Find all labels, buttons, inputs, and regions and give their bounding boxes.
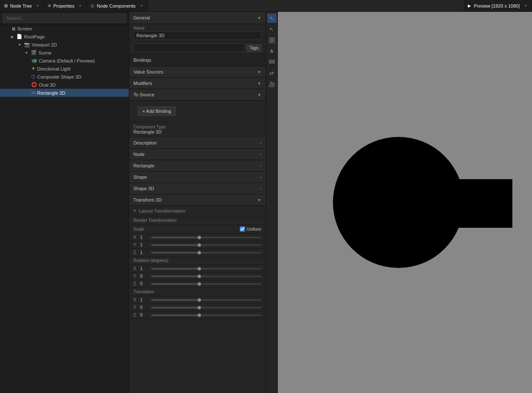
- tree-item-camera-label: Camera (Default / Preview): [39, 58, 95, 63]
- tree-item-scene-label: Scene: [38, 50, 52, 55]
- trans-x-row: X 1: [129, 296, 266, 304]
- right-panel: ↖ ↖ A ⇄ 🎥: [266, 12, 532, 393]
- node-tree-tab-close[interactable]: ✕: [36, 3, 39, 8]
- node-chevron: ›: [260, 152, 261, 157]
- tree-item-rootpage-label: RootPage: [24, 34, 45, 39]
- preview-tab-icon: ▶: [468, 3, 471, 8]
- layers-tool[interactable]: [267, 57, 277, 67]
- layout-transformation-row: + Layout Transformation: [129, 206, 266, 216]
- node-tree-tab-icon: ⊞: [4, 3, 8, 8]
- layout-trans-plus[interactable]: +: [133, 208, 136, 214]
- scale-x-slider[interactable]: [151, 237, 261, 238]
- tree-item-oval3d[interactable]: ⭕ Oval 3D: [0, 81, 129, 89]
- rot-z-slider[interactable]: [151, 283, 261, 285]
- render-transformation-label: Render Transformation: [129, 216, 266, 225]
- name-input[interactable]: [133, 31, 261, 40]
- svg-rect-2: [269, 41, 271, 43]
- tab-node-components[interactable]: ◇ Node Components ✕: [87, 0, 148, 11]
- trans-y-value: 0: [140, 305, 149, 310]
- rot-x-slider[interactable]: [151, 268, 261, 270]
- rect3d-icon: ▭: [31, 90, 35, 96]
- select-tool[interactable]: ↖: [267, 25, 277, 34]
- text-tool[interactable]: A: [267, 46, 277, 56]
- scale-z-slider[interactable]: [151, 252, 261, 254]
- modifiers-section[interactable]: Modifiers ▼: [129, 78, 266, 89]
- tree-item-viewport2d[interactable]: ▼ 📷 Viewport 2D: [0, 41, 129, 49]
- trans-x-axis: X: [133, 297, 138, 302]
- tree-item-rect3d[interactable]: ▭ Rectangle 3D: [0, 89, 129, 97]
- viewport2d-icon: 📷: [24, 42, 30, 47]
- svg-rect-5: [269, 62, 274, 63]
- trans-y-slider[interactable]: [151, 307, 261, 308]
- camera-tool[interactable]: 🎥: [267, 79, 277, 89]
- shape-chevron: ›: [260, 175, 261, 180]
- to-source-chevron: ▼: [257, 93, 261, 97]
- tags-input[interactable]: [133, 44, 244, 52]
- shape3d-label: Shape 3D: [133, 186, 154, 191]
- properties-tab-icon: ≡: [48, 3, 51, 8]
- description-section[interactable]: Description ›: [129, 137, 266, 149]
- scale-y-axis: Y: [133, 243, 138, 247]
- scale-x-row: X 1: [129, 234, 266, 241]
- preview-tab-close[interactable]: ✕: [524, 3, 527, 8]
- search-input[interactable]: [3, 14, 126, 23]
- tree-item-dirlight[interactable]: ☀ Directional Light: [0, 65, 129, 73]
- transform3d-content: + Layout Transformation Render Transform…: [129, 206, 266, 319]
- trans-z-axis: Z: [133, 313, 138, 317]
- rectangle-section[interactable]: Rectangle ›: [129, 160, 266, 172]
- trans-z-slider[interactable]: [151, 314, 261, 316]
- uniform-checkbox[interactable]: [240, 227, 245, 232]
- layout-transformation-label[interactable]: Layout Transformation: [139, 208, 185, 213]
- modifiers-label: Modifiers: [133, 81, 152, 86]
- rectangle-label: Rectangle: [133, 163, 155, 168]
- rot-z-axis: Z: [133, 281, 138, 286]
- tags-button[interactable]: Tags: [247, 44, 261, 52]
- shape-section[interactable]: Shape ›: [129, 172, 266, 183]
- tab-node-tree[interactable]: ⊞ Node Tree ✕: [0, 0, 44, 11]
- scale-y-row: Y 1: [129, 241, 266, 249]
- scene-arrow: ▼: [24, 51, 28, 55]
- svg-rect-0: [269, 38, 271, 40]
- shape3d-section[interactable]: Shape 3D ›: [129, 183, 266, 194]
- scale-x-axis: X: [133, 235, 138, 240]
- properties-panel: General ▼ Name Tags Bindings Value Sourc…: [129, 12, 266, 393]
- preview-canvas: [278, 12, 532, 393]
- tree-item-rootpage[interactable]: ▶ 📄 RootPage: [0, 33, 129, 41]
- value-sources-chevron: ▼: [257, 70, 261, 74]
- properties-tab-close[interactable]: ✕: [79, 3, 82, 8]
- to-source-section[interactable]: To Source ▼: [129, 89, 266, 101]
- tree-item-scene[interactable]: ▼ 🎬 Scene: [0, 49, 129, 57]
- node-components-tab-close[interactable]: ✕: [140, 3, 143, 8]
- cursor-tool[interactable]: ↖: [267, 14, 277, 23]
- tree-item-screen[interactable]: 🖥 Screen: [0, 25, 129, 33]
- scene-icon: 🎬: [31, 50, 37, 55]
- tab-properties[interactable]: ≡ Properties ✕: [44, 0, 87, 11]
- oval3d-icon: ⭕: [31, 82, 37, 87]
- scale-z-axis: Z: [133, 250, 138, 255]
- transform3d-section[interactable]: Transform 3D ▼: [129, 194, 266, 206]
- rot-y-axis: Y: [133, 274, 138, 278]
- general-section-header[interactable]: General ▼: [129, 12, 266, 24]
- uniform-row: Uniform: [240, 227, 261, 232]
- preview-area: ↖ ↖ A ⇄ 🎥: [266, 12, 532, 393]
- rot-y-slider[interactable]: [151, 276, 261, 277]
- trans-x-slider[interactable]: [151, 299, 261, 301]
- bindings-section-header[interactable]: Bindings: [129, 54, 266, 66]
- tree-item-composite[interactable]: ⬡ Composite Shape 3D: [0, 73, 129, 81]
- rot-y-value: 0: [140, 274, 149, 278]
- scale-y-slider[interactable]: [151, 244, 261, 246]
- preview-tab-label: Preview [1920 x 1080]: [474, 3, 520, 8]
- grid-tool[interactable]: [267, 35, 277, 45]
- value-sources-section[interactable]: Value Sources ▼: [129, 66, 266, 78]
- dirlight-icon: ☀: [31, 66, 35, 71]
- node-section[interactable]: Node ›: [129, 149, 266, 160]
- share-tool[interactable]: ⇄: [267, 68, 277, 78]
- rot-x-row: X 1: [129, 265, 266, 273]
- shape-label: Shape: [133, 175, 147, 180]
- main-area: 🖥 Screen ▶ 📄 RootPage ▼ 📷 Viewport 2D ▼ …: [0, 12, 532, 393]
- tab-preview[interactable]: ▶ Preview [1920 x 1080] ✕: [464, 0, 532, 11]
- tree-item-camera[interactable]: 📹 Camera (Default / Preview): [0, 57, 129, 65]
- add-binding-button[interactable]: + Add Binding: [138, 106, 176, 116]
- camera-icon: 📹: [31, 58, 37, 63]
- svg-rect-3: [272, 41, 274, 43]
